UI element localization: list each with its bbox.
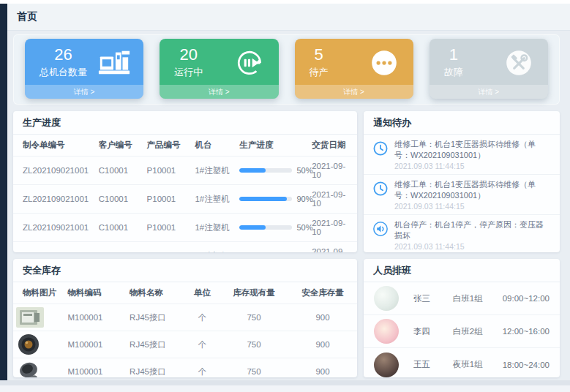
detail-link[interactable]: 详情 > [430, 85, 548, 99]
shift-label: 夜班1组 [453, 359, 495, 370]
material-name-cell: RJ45接口 [127, 331, 185, 358]
production-progress-panel: 生产进度 制令单编号 客户编号 产品编号 机台 生产进度 交货日期 [13, 111, 357, 252]
rj45-connector-photo [16, 306, 44, 328]
progress-fill [239, 168, 266, 173]
order-no-cell: ZL202109021001 [13, 157, 96, 185]
notification-body: 维修工单：机台1变压器损坏待维修（单号：WX202109031001） 2021… [394, 139, 551, 170]
material-name-cell: RJ45接口 [127, 358, 185, 378]
machine-cell: 1#注塑机 [192, 214, 236, 242]
stat-card-body: 1 故障 [430, 39, 548, 85]
panel-title: 生产进度 [13, 111, 357, 135]
stock-table: 物料图片 物料编码 物料名称 单位 库存现有量 安全库存量 [13, 282, 357, 377]
notification-body: 机台停产：机台1停产，停产原因：变压器损坏 2021.09.03 11:44:1… [394, 219, 551, 251]
stat-card-pending: 5 待产 详情 > [295, 39, 413, 99]
notification-body: 维修工单：机台1变压器损坏待维修（单号：WX202109031001） 2021… [394, 179, 551, 211]
detail-link[interactable]: 详情 > [295, 85, 413, 99]
table-row: M100001 RJ45接口 个 750 900 [13, 304, 357, 331]
material-code-cell: M100001 [65, 331, 127, 358]
schedule-row: 王五 夜班1组 18:00~24:00 [364, 348, 560, 377]
avatar [374, 353, 399, 377]
stat-card-text: 26 总机台数量 [40, 46, 87, 79]
delivery-date-cell: 2021-09-10 [309, 214, 357, 242]
clock-icon [372, 140, 389, 157]
column-header: 交货日期 [309, 135, 357, 157]
shift-time: 12:00~16:00 [503, 327, 550, 336]
product-no-cell: P10001 [144, 157, 192, 185]
clock-icon [372, 181, 389, 197]
on-hand-cell: 750 [220, 304, 288, 331]
notification-text: 维修工单：机台1变压器损坏待维修（单号：WX202109031001） [394, 179, 551, 200]
column-header: 产品编号 [144, 135, 192, 157]
unit-cell: 个 [185, 358, 220, 378]
delivery-date-cell: 2021-09-10 [309, 242, 357, 253]
safety-qty-cell: 900 [288, 331, 357, 358]
on-hand-cell: 750 [220, 331, 288, 358]
progress-label: 50% [296, 223, 312, 232]
progress-label: 50% [296, 252, 312, 252]
progress-label: 50% [296, 166, 312, 175]
stat-cards-row: 26 总机台数量 [13, 34, 560, 105]
column-header: 生产进度 [236, 135, 309, 157]
notification-item[interactable]: 机台停产：机台1停产，停产原因：变压器损坏 2021.09.03 11:44:1… [364, 215, 560, 252]
detail-link[interactable]: 详情 > [160, 85, 278, 99]
staff-name: 张三 [413, 293, 443, 304]
panel-title: 人员排班 [364, 259, 560, 282]
order-no-cell: ZL202109021001 [13, 242, 96, 253]
speaker-driver-photo [16, 361, 44, 377]
safety-qty-cell: 900 [288, 304, 357, 331]
staff-name: 王五 [413, 359, 443, 370]
progress-fill [239, 225, 266, 230]
content: 26 总机台数量 [7, 31, 570, 377]
table-header-row: 物料图片 物料编码 物料名称 单位 库存现有量 安全库存量 [13, 282, 357, 304]
delivery-date-cell: 2021-09-10 [309, 185, 357, 214]
stat-card-text: 20 运行中 [174, 46, 203, 79]
notification-item[interactable]: 维修工单：机台1变压器损坏待维修（单号：WX202109031001） 2021… [364, 175, 560, 215]
shift-time: 09:00~12:00 [503, 294, 550, 303]
customer-no-cell: C10001 [96, 214, 144, 242]
stat-value: 20 [180, 46, 198, 64]
schedule-row: 李四 白班2组 12:00~16:00 [364, 315, 560, 348]
dashboard-page: 首页 26 总机台数量 [0, 0, 570, 392]
progress-cell: 50% [236, 242, 309, 253]
progress-track [239, 168, 292, 173]
panel-title: 通知待办 [364, 111, 560, 135]
production-table: 制令单编号 客户编号 产品编号 机台 生产进度 交货日期 ZL202109021… [13, 135, 357, 252]
table-header-row: 制令单编号 客户编号 产品编号 机台 生产进度 交货日期 [13, 135, 357, 157]
customer-no-cell: C10001 [96, 157, 144, 185]
column-header: 库存现有量 [220, 282, 288, 304]
stat-card-body: 5 待产 [295, 39, 413, 85]
unit-cell: 个 [185, 331, 220, 358]
ellipsis-icon [367, 48, 402, 78]
avatar [374, 319, 399, 344]
stat-card-text: 5 待产 [310, 46, 329, 79]
delivery-date-cell: 2021-09-10 [309, 157, 357, 185]
shift-label: 白班2组 [453, 326, 495, 337]
material-image-cell [13, 358, 65, 378]
table-row: ZL202109021001 C10001 P10001 1#注塑机 90% 2… [13, 185, 357, 214]
progress-track [239, 197, 292, 201]
notification-text: 维修工单：机台1变压器损坏待维修（单号：WX202109031001） [394, 139, 551, 160]
safety-qty-cell: 900 [288, 358, 357, 378]
main-area: 首页 26 总机台数量 [7, 4, 570, 380]
staff-schedule-panel: 人员排班 张三 白班1组 09:00~12:00 李四 白班2组 12:00~1… [364, 259, 560, 377]
stat-label: 故障 [444, 66, 463, 79]
column-header: 单位 [185, 282, 220, 304]
table-row: M100001 RJ45接口 个 750 900 [13, 358, 357, 378]
column-header: 物料名称 [127, 282, 185, 304]
progress-fill [239, 197, 287, 201]
on-hand-cell: 750 [220, 358, 288, 378]
bottom-strip-light [0, 385, 570, 392]
notification-item[interactable]: 维修工单：机台1变压器损坏待维修（单号：WX202109031001） 2021… [364, 135, 560, 175]
table-row: ZL202109021001 C10001 P10001 1#注塑机 50% 2… [13, 157, 357, 185]
table-row: ZL202109021001 C10001 P10001 1#注塑机 50% 2… [13, 214, 357, 242]
tools-icon [501, 48, 536, 78]
detail-link[interactable]: 详情 > [25, 85, 143, 99]
panels-grid: 生产进度 制令单编号 客户编号 产品编号 机台 生产进度 交货日期 [13, 111, 560, 377]
sidebar-edge [0, 4, 7, 380]
stat-card-total-machines: 26 总机台数量 [25, 39, 143, 99]
order-no-cell: ZL202109021001 [13, 214, 96, 242]
notification-time: 2021.09.03 11:44:15 [394, 202, 551, 211]
running-icon [232, 48, 267, 78]
stat-label: 总机台数量 [40, 66, 87, 79]
customer-no-cell: C10001 [96, 185, 144, 214]
